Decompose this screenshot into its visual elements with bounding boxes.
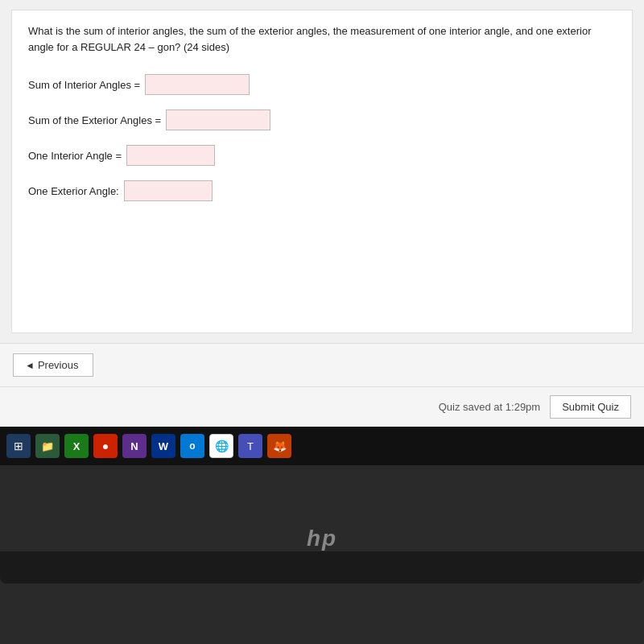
- one-exterior-input[interactable]: [124, 180, 213, 201]
- submit-quiz-button[interactable]: Submit Quiz: [550, 395, 631, 419]
- prev-arrow-icon: ◄: [25, 360, 35, 371]
- laptop-bottom: hp: [0, 465, 644, 644]
- taskbar-word2-icon[interactable]: W: [151, 434, 175, 458]
- hp-logo: hp: [307, 526, 337, 551]
- interior-angles-row: Sum of Interior Angles =: [28, 74, 616, 95]
- browser-area: What is the sum of interior angles, the …: [0, 0, 644, 427]
- one-interior-label: One Interior Angle =: [28, 150, 122, 162]
- exterior-angles-label: Sum of the Exterior Angles =: [28, 114, 161, 126]
- exterior-angles-input[interactable]: [166, 109, 270, 130]
- previous-label: Previous: [38, 359, 79, 371]
- question-text: What is the sum of interior angles, the …: [28, 23, 616, 55]
- one-exterior-row: One Exterior Angle:: [28, 180, 616, 201]
- laptop-bezel-bottom: [0, 551, 644, 584]
- one-interior-input[interactable]: [126, 145, 215, 166]
- nav-area: ◄ Previous: [0, 343, 644, 386]
- taskbar-files-icon[interactable]: 📁: [35, 434, 60, 458]
- taskbar: ⊞ 📁 X ● N W o 🌐 T 🦊: [0, 427, 644, 465]
- taskbar-start-icon[interactable]: ⊞: [6, 434, 31, 458]
- taskbar-excel-icon[interactable]: X: [64, 434, 89, 458]
- interior-angles-label: Sum of Interior Angles =: [28, 79, 140, 91]
- one-interior-row: One Interior Angle =: [28, 145, 616, 166]
- save-status: Quiz saved at 1:29pm: [439, 401, 540, 413]
- previous-button[interactable]: ◄ Previous: [13, 353, 93, 377]
- taskbar-powerpoint-icon[interactable]: ●: [93, 434, 118, 458]
- taskbar-teams-icon[interactable]: T: [238, 434, 262, 458]
- taskbar-word-icon[interactable]: N: [122, 434, 147, 458]
- one-exterior-label: One Exterior Angle:: [28, 185, 119, 197]
- screen: What is the sum of interior angles, the …: [0, 0, 644, 644]
- quiz-content: What is the sum of interior angles, the …: [11, 10, 633, 333]
- interior-angles-input[interactable]: [145, 74, 250, 95]
- exterior-angles-row: Sum of the Exterior Angles =: [28, 109, 616, 130]
- taskbar-outlook-icon[interactable]: o: [180, 434, 204, 458]
- taskbar-chrome-icon[interactable]: 🌐: [209, 434, 233, 458]
- footer-bar: Quiz saved at 1:29pm Submit Quiz: [0, 386, 644, 427]
- taskbar-firefox-icon[interactable]: 🦊: [267, 434, 291, 458]
